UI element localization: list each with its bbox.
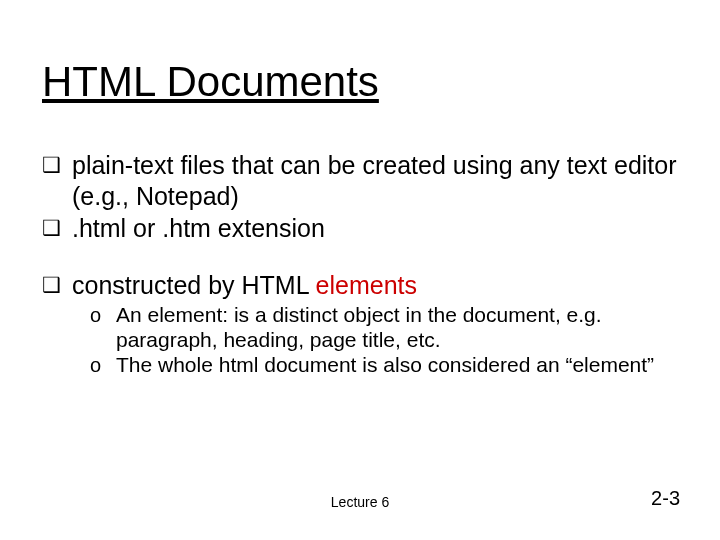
- sub-bullet-item: o The whole html document is also consid…: [90, 352, 678, 378]
- slide-title: HTML Documents: [42, 58, 379, 106]
- bullet-text: constructed by HTML elements: [72, 270, 678, 301]
- square-bullet-icon: ❑: [42, 270, 72, 299]
- bullet-text-emphasis: elements: [316, 271, 417, 299]
- bullet-item: ❑ plain-text files that can be created u…: [42, 150, 678, 211]
- bullet-item: ❑ .html or .htm extension: [42, 213, 678, 244]
- circle-bullet-icon: o: [90, 352, 116, 378]
- footer-text: Lecture 6: [0, 494, 720, 510]
- sub-bullet-item: o An element: is a distinct object in th…: [90, 302, 678, 352]
- spacer: [42, 246, 678, 270]
- sub-list: o An element: is a distinct object in th…: [90, 302, 678, 378]
- sub-bullet-text: An element: is a distinct object in the …: [116, 302, 678, 352]
- slide: HTML Documents ❑ plain-text files that c…: [0, 0, 720, 540]
- slide-content: ❑ plain-text files that can be created u…: [42, 150, 678, 378]
- page-number: 2-3: [651, 487, 680, 510]
- square-bullet-icon: ❑: [42, 213, 72, 242]
- square-bullet-icon: ❑: [42, 150, 72, 179]
- bullet-text-prefix: constructed by HTML: [72, 271, 316, 299]
- sub-bullet-text: The whole html document is also consider…: [116, 352, 678, 377]
- bullet-text: plain-text files that can be created usi…: [72, 150, 678, 211]
- circle-bullet-icon: o: [90, 302, 116, 328]
- bullet-text: .html or .htm extension: [72, 213, 678, 244]
- bullet-item: ❑ constructed by HTML elements: [42, 270, 678, 301]
